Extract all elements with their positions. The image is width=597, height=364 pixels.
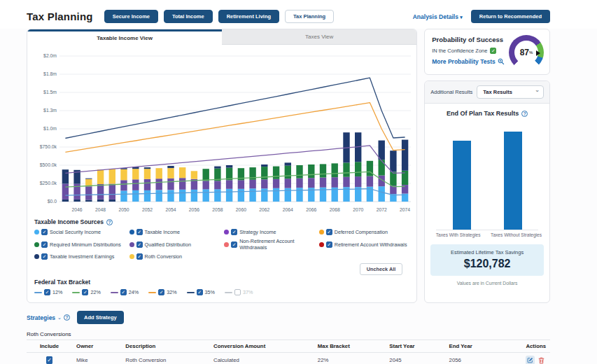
income-source-checkbox[interactable] [326, 241, 332, 248]
analysis-details-link[interactable]: Analysis Details ▾ [413, 13, 463, 20]
svg-text:$2.0m: $2.0m [43, 53, 57, 58]
nav-button-secure-income[interactable]: Secure Income [104, 10, 158, 23]
series-color-dot [34, 242, 39, 247]
income-source-checkbox[interactable] [41, 253, 48, 260]
svg-text:$1.8m: $1.8m [43, 71, 57, 76]
income-source-checkbox[interactable] [326, 229, 332, 235]
edit-icon[interactable] [526, 356, 535, 364]
income-source-checkbox[interactable] [231, 241, 237, 248]
chevron-down-icon: ▾ [460, 15, 463, 20]
income-source-label: Required Minimum Distributions [50, 241, 121, 248]
page-title: Tax Planning [27, 10, 93, 22]
bracket-line-swatch [111, 292, 118, 293]
strategies-label: Strategies [27, 314, 55, 321]
bracket-item: 35% [187, 289, 215, 295]
strategies-toggle[interactable]: Strategies ⌄ ? [27, 314, 70, 321]
nav-button-retirement-living[interactable]: Retirement Living [218, 10, 279, 23]
income-source-checkbox[interactable] [41, 229, 48, 235]
header-right: Analysis Details ▾ Return to Recommended [413, 10, 550, 23]
income-source-checkbox[interactable] [231, 229, 237, 235]
zoom-in-icon [498, 58, 505, 65]
return-to-recommended-button[interactable]: Return to Recommended [471, 10, 550, 23]
probability-gauge: 87% [509, 35, 544, 70]
bracket-checkbox[interactable] [234, 289, 241, 295]
svg-text:2050: 2050 [118, 207, 129, 212]
series-color-dot [224, 242, 229, 247]
income-source-checkbox[interactable] [136, 229, 143, 235]
more-probability-tests-link[interactable]: More Probability Tests [432, 58, 496, 65]
end-of-plan-title-row: End Of Plan Tax Results ? [425, 110, 549, 117]
info-icon[interactable]: ? [64, 314, 70, 321]
bracket-checkbox[interactable] [44, 289, 50, 295]
income-source-checkbox[interactable] [136, 253, 143, 260]
income-source-label: Roth Conversion [145, 253, 183, 260]
probability-number: 87 [520, 48, 529, 57]
bracket-item: 22% [72, 289, 100, 295]
bracket-line-swatch [187, 292, 195, 293]
income-source-label: Non-Retirement Account Withdrawals [239, 238, 315, 251]
view-nav-buttons: Secure IncomeTotal IncomeRetirement Livi… [104, 10, 335, 23]
confidence-zone-checkbox[interactable] [490, 48, 496, 54]
bracket-checkbox[interactable] [197, 289, 203, 295]
cell-owner: Mike [72, 353, 121, 364]
gauge-pointer-icon [536, 50, 540, 56]
bracket-item: 37% [225, 289, 253, 295]
svg-text:2062: 2062 [259, 207, 269, 212]
income-source-item: Qualified Distribution [129, 238, 220, 251]
column-header-conversion-amount: Conversion Amount [209, 340, 314, 353]
svg-text:$1.5m: $1.5m [43, 90, 57, 94]
series-color-dot [34, 254, 39, 259]
income-source-checkbox[interactable] [136, 241, 143, 248]
income-source-item: Roth Conversion [129, 253, 220, 260]
end-of-plan-chart-labels: Taxes With Strategies Taxes Without Stra… [429, 232, 545, 237]
series-color-dot [34, 230, 39, 234]
savings-label: Estimated Lifetime Tax Savings [433, 249, 541, 255]
bracket-checkbox[interactable] [82, 289, 88, 295]
nav-button-total-income[interactable]: Total Income [164, 10, 213, 23]
income-source-label: Taxable Income [145, 229, 180, 235]
svg-text:$1.3m: $1.3m [43, 108, 57, 113]
additional-results-select[interactable]: Tax Results [477, 85, 544, 99]
main-content: Taxable Income View Taxes View $2.0m$1.8… [0, 29, 597, 303]
taxes-without-strategies-label: Taxes Without Strategies [489, 232, 545, 237]
probability-unit: % [529, 50, 533, 55]
income-source-item: Retirement Account Withdrawals [319, 238, 410, 251]
income-source-checkbox[interactable] [41, 241, 48, 248]
bracket-item: 12% [34, 289, 62, 295]
delete-icon[interactable] [537, 356, 546, 364]
info-icon[interactable]: ? [521, 111, 528, 117]
income-sources-title-row: Taxable Income Sources ? [34, 218, 409, 225]
analysis-details-label: Analysis Details [413, 13, 458, 20]
svg-text:$750.0k: $750.0k [40, 144, 57, 149]
tab-taxable-income-view[interactable]: Taxable Income View [27, 29, 222, 45]
bracket-checkbox[interactable] [158, 289, 164, 295]
income-source-item: Non-Retirement Account Withdrawals [224, 238, 315, 251]
bracket-line-swatch [72, 292, 80, 293]
svg-text:2052: 2052 [142, 207, 153, 212]
include-checkbox[interactable] [46, 356, 52, 364]
info-icon[interactable]: ? [106, 219, 113, 225]
nav-button-tax-planning[interactable]: Tax Planning [285, 10, 334, 23]
additional-results-card: Additional Results Tax Results End Of Pl… [424, 80, 550, 303]
column-header-include: Include [27, 340, 72, 353]
bracket-label: 35% [205, 289, 215, 295]
series-color-dot [319, 242, 324, 247]
bracket-checkbox[interactable] [120, 289, 127, 295]
add-strategy-button[interactable]: Add Strategy [77, 311, 124, 324]
uncheck-all-button[interactable]: Uncheck All [360, 263, 403, 275]
federal-tax-bracket-title: Federal Tax Bracket [34, 279, 409, 286]
svg-text:2068: 2068 [330, 207, 340, 212]
bracket-label: 37% [243, 289, 253, 295]
taxes-without-strategies-bar [504, 132, 522, 230]
additional-results-label: Additional Results [430, 89, 472, 95]
current-dollars-footnote: Values are in Current Dollars [425, 281, 549, 286]
cell-description: Roth Conversion [121, 353, 209, 364]
tab-taxes-view[interactable]: Taxes View [222, 29, 416, 45]
cell-start-year: 2045 [385, 353, 444, 364]
federal-tax-bracket-legend: Federal Tax Bracket 12% 22% 24% 32% 35% … [27, 275, 416, 302]
column-header-actions: Actions [502, 340, 550, 353]
column-header-max-bracket: Max Bracket [314, 340, 385, 353]
savings-value: $120,782 [433, 258, 541, 270]
svg-text:$0.0: $0.0 [48, 199, 57, 204]
income-source-item: Strategy Income [224, 229, 315, 235]
